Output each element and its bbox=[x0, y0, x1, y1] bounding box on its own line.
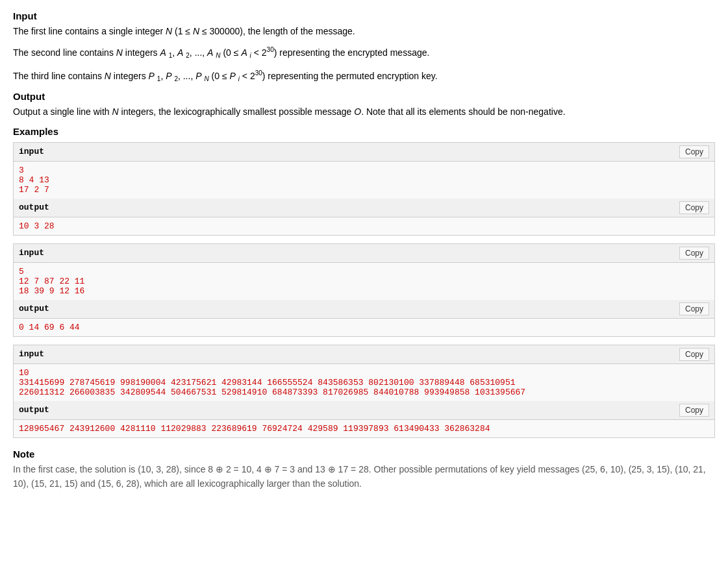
example-1-output-label: output bbox=[19, 203, 49, 212]
input-line-2: The second line contains N integers A 1,… bbox=[13, 45, 715, 61]
example-3-input-content: 10 331415699 278745619 998190004 4231756… bbox=[14, 364, 714, 401]
example-2: input Copy 5 12 7 87 22 11 18 39 9 12 16… bbox=[13, 243, 715, 337]
example-2-output-header: output Copy bbox=[14, 300, 714, 319]
example-1-output-copy-button[interactable]: Copy bbox=[679, 201, 709, 214]
example-2-input-content: 5 12 7 87 22 11 18 39 9 12 16 bbox=[14, 263, 714, 300]
example-3-input-copy-button[interactable]: Copy bbox=[679, 348, 709, 361]
input-section: Input The first line contains a single i… bbox=[13, 10, 715, 84]
example-2-output-label: output bbox=[19, 304, 49, 313]
example-3: input Copy 10 331415699 278745619 998190… bbox=[13, 345, 715, 438]
example-3-output-content: 128965467 243912600 4281110 112029883 22… bbox=[14, 420, 714, 437]
examples-section: Examples input Copy 3 8 4 13 17 2 7 outp… bbox=[13, 126, 715, 438]
note-section: Note In the first case, the solution is … bbox=[13, 448, 715, 491]
example-2-input-header: input Copy bbox=[14, 244, 714, 263]
example-1-input-header: input Copy bbox=[14, 143, 714, 162]
input-line-1: The first line contains a single integer… bbox=[13, 24, 715, 38]
output-title: Output bbox=[13, 91, 715, 102]
example-1-input-copy-button[interactable]: Copy bbox=[679, 145, 709, 158]
example-2-input-copy-button[interactable]: Copy bbox=[679, 247, 709, 260]
example-1-output-header: output Copy bbox=[14, 199, 714, 217]
example-1: input Copy 3 8 4 13 17 2 7 output Copy 1… bbox=[13, 142, 715, 236]
example-1-output-content: 10 3 28 bbox=[14, 217, 714, 235]
example-3-output-label: output bbox=[19, 405, 49, 415]
examples-title: Examples bbox=[13, 126, 715, 137]
example-3-output-copy-button[interactable]: Copy bbox=[679, 404, 709, 417]
output-section: Output Output a single line with N integ… bbox=[13, 91, 715, 119]
example-3-output-header: output Copy bbox=[14, 401, 714, 420]
input-title: Input bbox=[13, 10, 715, 21]
note-title: Note bbox=[13, 448, 715, 460]
example-2-output-content: 0 14 69 6 44 bbox=[14, 319, 714, 336]
example-3-input-header: input Copy bbox=[14, 345, 714, 364]
example-3-input-label: input bbox=[19, 349, 44, 359]
input-line-3: The third line contains N integers P 1, … bbox=[13, 68, 715, 84]
example-2-input-label: input bbox=[19, 248, 44, 258]
example-1-input-label: input bbox=[19, 147, 44, 156]
example-1-input-content: 3 8 4 13 17 2 7 bbox=[14, 162, 714, 199]
example-2-output-copy-button[interactable]: Copy bbox=[679, 302, 709, 315]
note-text: In the first case, the solution is (10, … bbox=[13, 462, 715, 491]
output-text: Output a single line with N integers, th… bbox=[13, 104, 715, 119]
